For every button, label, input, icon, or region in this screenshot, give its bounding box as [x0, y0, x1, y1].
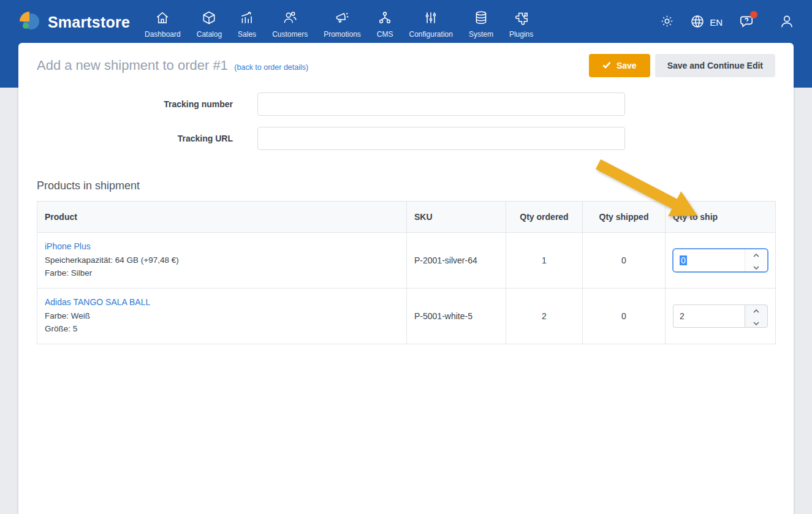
- qty-to-ship-input[interactable]: 2: [673, 304, 745, 328]
- qty-to-ship-stepper: 0: [673, 249, 768, 272]
- save-continue-button[interactable]: Save and Continue Edit: [655, 54, 775, 77]
- qty-ordered-cell: 1: [506, 233, 583, 289]
- col-header-sku: SKU: [407, 202, 506, 233]
- nav-item-dashboard[interactable]: Dashboard: [145, 10, 181, 39]
- bar-chart-icon: [239, 10, 255, 28]
- brand-logo[interactable]: Smartstore: [17, 9, 130, 36]
- nav-label: System: [469, 30, 493, 39]
- product-attribute: Farbe: Silber: [45, 266, 399, 279]
- nav-item-configuration[interactable]: Configuration: [409, 10, 453, 39]
- nav-label: Dashboard: [145, 30, 181, 39]
- help-button[interactable]: [738, 13, 754, 32]
- globe-icon: [690, 14, 705, 31]
- product-attribute: Farbe: Weiß: [45, 309, 399, 322]
- header-actions: Save Save and Continue Edit: [589, 54, 775, 77]
- product-attribute: Speicherkapazität: 64 GB (+97,48 €): [45, 254, 399, 266]
- back-to-order-link[interactable]: (back to order details): [234, 63, 308, 72]
- product-link[interactable]: iPhone Plus: [45, 241, 91, 251]
- nav-item-sales[interactable]: Sales: [238, 10, 256, 39]
- nav-item-plugins[interactable]: Plugins: [509, 10, 533, 39]
- nav-label: Promotions: [324, 30, 361, 39]
- tracking-number-label: Tracking number: [18, 99, 257, 109]
- chevron-down-icon[interactable]: [753, 262, 759, 271]
- nav-label: Customers: [272, 30, 308, 39]
- nav-item-system[interactable]: System: [469, 10, 493, 39]
- save-button[interactable]: Save: [589, 54, 650, 77]
- chevron-up-icon[interactable]: [753, 305, 759, 315]
- navbar-right-cluster: EN: [660, 13, 795, 32]
- nav-label: Catalog: [197, 30, 222, 39]
- sku-cell: P-5001-white-5: [407, 289, 506, 344]
- content-card: Add a new shipment to order #1 (back to …: [18, 43, 794, 514]
- qty-shipped-cell: 0: [583, 233, 666, 289]
- products-heading: Products in shipment: [37, 180, 775, 192]
- tracking-number-input[interactable]: [257, 93, 625, 116]
- page-header: Add a new shipment to order #1 (back to …: [18, 43, 794, 88]
- user-icon[interactable]: [779, 13, 795, 32]
- gear-icon[interactable]: [660, 14, 674, 31]
- megaphone-icon: [334, 10, 350, 28]
- cube-icon: [201, 10, 217, 28]
- nav-item-promotions[interactable]: Promotions: [324, 10, 361, 39]
- main-navbar: Smartstore Dashboard Catalog Sales: [0, 0, 812, 45]
- puzzle-icon: [514, 10, 529, 28]
- nav-label: Plugins: [509, 30, 533, 39]
- qty-ordered-cell: 2: [506, 289, 583, 344]
- chevron-down-icon[interactable]: [753, 317, 759, 327]
- nav-item-customers[interactable]: Customers: [272, 10, 308, 39]
- home-icon: [154, 10, 170, 28]
- stepper-buttons[interactable]: [745, 249, 768, 272]
- page-title: Add a new shipment to order #1: [37, 58, 228, 73]
- shipment-form: Tracking number Tracking URL: [18, 88, 794, 150]
- table-header-row: Product SKU Qty ordered Qty shipped Qty …: [37, 202, 776, 233]
- check-icon: [602, 61, 611, 70]
- chevron-up-icon[interactable]: [753, 249, 759, 259]
- brand-name: Smartstore: [48, 13, 130, 31]
- sitemap-icon: [377, 10, 393, 28]
- people-icon: [282, 10, 298, 28]
- nav-label: Sales: [238, 30, 256, 39]
- table-row: iPhone Plus Speicherkapazität: 64 GB (+9…: [37, 233, 776, 289]
- nav-label: CMS: [377, 30, 393, 39]
- language-switcher[interactable]: EN: [690, 14, 723, 31]
- col-header-qty-ordered: Qty ordered: [506, 202, 583, 233]
- language-code: EN: [710, 17, 723, 28]
- product-attribute: Größe: 5: [45, 322, 399, 335]
- tracking-url-input[interactable]: [257, 127, 625, 150]
- page: Smartstore Dashboard Catalog Sales: [0, 0, 812, 514]
- col-header-product: Product: [37, 202, 407, 233]
- help-chat-icon: [738, 21, 754, 31]
- save-button-label: Save: [617, 61, 637, 70]
- tracking-url-label: Tracking URL: [18, 134, 257, 143]
- smartstore-logo-icon: [17, 9, 42, 36]
- qty-to-ship-stepper: 2: [673, 304, 768, 328]
- nav-item-cms[interactable]: CMS: [377, 10, 393, 39]
- sku-cell: P-2001-silver-64: [407, 233, 506, 289]
- col-header-qty-to-ship: Qty to ship: [666, 202, 776, 233]
- col-header-qty-shipped: Qty shipped: [583, 202, 666, 233]
- nav-item-catalog[interactable]: Catalog: [197, 10, 222, 39]
- nav-label: Configuration: [409, 30, 453, 39]
- products-section: Products in shipment Product SKU Qty ord…: [18, 180, 794, 344]
- stepper-buttons[interactable]: [745, 304, 768, 328]
- table-row: Adidas TANGO SALA BALL Farbe: Weiß Größe…: [37, 289, 776, 344]
- notification-badge: [750, 11, 757, 18]
- nav-menu: Dashboard Catalog Sales Customers: [145, 10, 533, 39]
- sliders-icon: [423, 10, 439, 28]
- products-table: Product SKU Qty ordered Qty shipped Qty …: [37, 201, 776, 344]
- qty-shipped-cell: 0: [583, 289, 666, 344]
- database-icon: [473, 10, 489, 28]
- product-link[interactable]: Adidas TANGO SALA BALL: [45, 297, 150, 307]
- qty-to-ship-input[interactable]: 0: [673, 249, 745, 272]
